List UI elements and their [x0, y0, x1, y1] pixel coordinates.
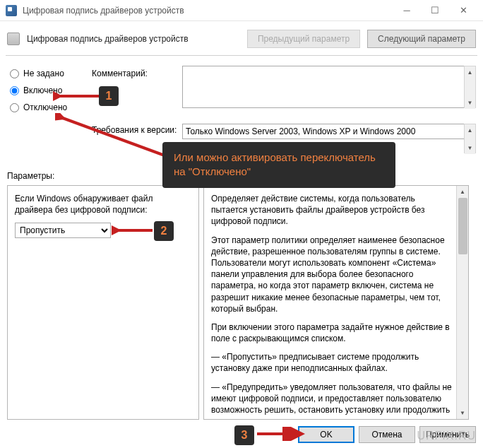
scrollbar-track[interactable]: [456, 198, 468, 407]
action-select[interactable]: Пропустить: [15, 223, 111, 238]
radio-enabled[interactable]: Включено: [10, 86, 67, 95]
next-param-button[interactable]: Следующий параметр: [367, 30, 476, 48]
radio-disabled[interactable]: Отключено: [10, 102, 67, 112]
watermark: URFIX.RU: [417, 430, 476, 442]
radio-not-configured-label: Не задано: [23, 69, 64, 78]
radio-enabled-label: Включено: [23, 86, 62, 95]
minimize-button[interactable]: ─: [393, 1, 421, 20]
options-panel: Если Windows обнаруживает файл драйвера …: [7, 185, 199, 420]
state-radio-group: Не задано Включено Отключено: [10, 69, 67, 112]
scroll-down-icon[interactable]: ▼: [456, 407, 468, 419]
comment-label: Комментарий:: [92, 69, 148, 78]
cancel-button[interactable]: Отмена: [359, 426, 415, 443]
annotation-tooltip: Или можно активировать переключатель на …: [162, 142, 395, 188]
option-hint: Если Windows обнаруживает файл драйвера …: [15, 193, 191, 216]
scroll-up-icon[interactable]: ▲: [456, 186, 468, 198]
scrollbar-thumb[interactable]: [458, 198, 467, 254]
radio-disabled-label: Отключено: [23, 102, 67, 112]
app-icon: [6, 5, 17, 16]
window-title: Цифровая подпись драйверов устройств: [23, 6, 393, 16]
annotation-badge-3: 3: [234, 425, 254, 445]
help-p5: — «Предупредить» уведомляет пользователя…: [211, 382, 453, 416]
comment-scrollbar[interactable]: ▲ ▼: [464, 66, 476, 108]
help-p4: — «Пропустить» предписывает системе прод…: [211, 351, 453, 374]
maximize-button[interactable]: ☐: [421, 1, 449, 20]
radio-disabled-input[interactable]: [10, 103, 19, 112]
main-columns: Если Windows обнаруживает файл драйвера …: [0, 185, 483, 423]
help-p2: Этот параметр политики определяет наимен…: [211, 235, 453, 314]
scroll-down-icon[interactable]: ▼: [465, 97, 475, 109]
radio-not-configured[interactable]: Не задано: [10, 69, 67, 78]
scroll-up-icon[interactable]: ▲: [465, 66, 475, 78]
parameters-label: Параметры:: [7, 171, 54, 181]
help-p3: При включении этого параметра задайте ну…: [211, 322, 453, 344]
window-controls: ─ ☐ ✕: [393, 1, 477, 20]
separator: [6, 55, 477, 56]
radio-enabled-input[interactable]: [10, 86, 19, 95]
help-p1: Определяет действие системы, когда польз…: [211, 193, 453, 228]
requirements-field[interactable]: [182, 124, 466, 139]
annotation-badge-1: 1: [99, 86, 119, 106]
annotation-badge-2: 2: [154, 221, 174, 241]
page-title: Цифровая подпись драйверов устройств: [27, 34, 240, 44]
comment-textarea[interactable]: [182, 66, 466, 108]
help-panel: Определяет действие системы, когда польз…: [203, 185, 469, 420]
ok-button[interactable]: OK: [298, 426, 354, 443]
header-row: Цифровая подпись драйверов устройств Пре…: [0, 21, 483, 55]
scroll-down-icon[interactable]: ▼: [465, 142, 475, 154]
scroll-up-icon[interactable]: ▲: [465, 124, 475, 136]
requirements-label: Требования к версии:: [92, 125, 177, 135]
radio-not-configured-input[interactable]: [10, 69, 19, 78]
close-button[interactable]: ✕: [449, 1, 477, 20]
requirements-scrollbar[interactable]: ▲ ▼: [464, 124, 476, 153]
titlebar: Цифровая подпись драйверов устройств ─ ☐…: [0, 0, 483, 21]
prev-param-button[interactable]: Предыдущий параметр: [247, 30, 360, 48]
policy-icon: [7, 33, 20, 45]
